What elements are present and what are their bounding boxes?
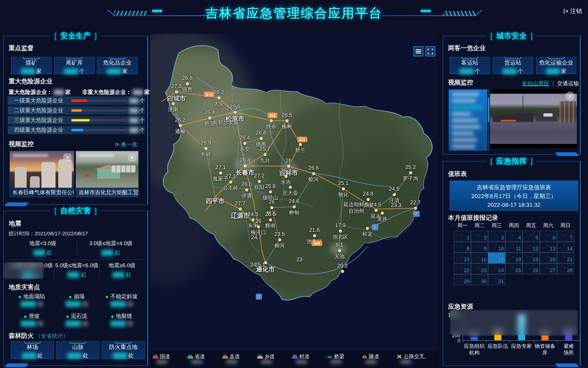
calendar-day[interactable]: 18 xyxy=(505,253,522,263)
tab-changbaishan[interactable]: 长白山景区 xyxy=(522,80,549,87)
calendar-day[interactable]: 15 xyxy=(454,253,471,263)
calendar-day[interactable]: 10 xyxy=(488,242,505,253)
city-name-label: 蛟河 xyxy=(308,176,319,183)
calendar-day[interactable]: 9 xyxy=(471,242,488,253)
city-marker-dot xyxy=(366,227,369,230)
legend-swatch xyxy=(153,355,158,358)
city-marker-dot xyxy=(258,180,261,183)
duty-card: 吉林省应急管理厅应急值班表 2022年8月17日（今日，星期三） 2022-08… xyxy=(450,181,578,211)
map-fullscreen-button[interactable] xyxy=(425,46,435,56)
calendar-day[interactable]: 13 xyxy=(540,242,557,253)
calendar-day[interactable]: 29 xyxy=(454,274,471,285)
geo-hazard-value xyxy=(111,321,133,327)
city-video-player[interactable]: ✕ xyxy=(490,89,577,148)
province-map[interactable]: 26.8镇赉27.3白城市27.3洮南26.2大安26.6松原市26.4乾安26… xyxy=(150,34,437,368)
refresh-batch-button[interactable]: ⟳ 换一批 xyxy=(115,141,137,148)
panel-notch xyxy=(5,363,29,367)
weather-temp-label: 27.7 xyxy=(235,200,246,206)
divider xyxy=(99,263,100,279)
calendar-day[interactable]: 21 xyxy=(557,253,574,263)
calendar-day[interactable]: 28 xyxy=(557,263,574,274)
calendar-day[interactable]: 1 xyxy=(454,231,471,242)
calendar-day[interactable]: 2 xyxy=(471,231,488,242)
header-arrows-right: ◂◂◂◂ xyxy=(420,7,430,14)
panel-notch xyxy=(555,363,579,367)
calendar-day[interactable]: 19 xyxy=(522,253,540,263)
river-tag: 江 xyxy=(414,211,419,217)
legend-swatch-color xyxy=(222,357,228,358)
scrollbar-thumb[interactable] xyxy=(488,98,489,122)
blurred-value xyxy=(546,68,560,74)
legend-label: 省道 xyxy=(195,353,205,360)
van-shape xyxy=(543,113,553,117)
city-marker-dot xyxy=(338,249,341,252)
calendar-day[interactable]: 7 xyxy=(557,231,574,242)
divider xyxy=(9,260,145,260)
earthquake-cell-value: 起 xyxy=(113,271,131,278)
calendar-day[interactable]: 24 xyxy=(488,263,505,274)
calendar-day[interactable]: 6 xyxy=(540,231,557,242)
hazard-level-unit: 个 xyxy=(140,97,145,104)
blurred-value xyxy=(452,99,476,102)
calendar-day[interactable]: 16 xyxy=(471,253,488,263)
calendar-day[interactable]: 23 xyxy=(471,263,488,274)
calendar-day-number: 11 xyxy=(516,246,521,252)
geo-hazard-name: 泥石流 xyxy=(71,313,87,319)
map-layers-button[interactable] xyxy=(414,46,423,56)
tab-transport[interactable]: 交通运输 xyxy=(557,80,579,87)
green-dot-icon xyxy=(69,296,72,298)
page-title: 吉林省应急管理综合应用平台 xyxy=(0,5,588,22)
panel-emergency-command: 应急指挥 值班表 吉林省应急管理厅应急值班表 2022年8月17日（今日，星期三… xyxy=(443,161,581,366)
calendar-day[interactable]: 8 xyxy=(454,242,471,253)
blurred-value xyxy=(261,360,272,364)
calendar-day[interactable]: 5 xyxy=(522,231,540,242)
calendar-day[interactable]: 31 xyxy=(488,274,505,285)
calendar-day[interactable]: 22 xyxy=(454,263,471,274)
weather-temp-label: 25.2 xyxy=(405,164,416,170)
blurred-value xyxy=(452,119,478,122)
blurred-value xyxy=(452,138,477,142)
video2-close-icon[interactable]: ✕ xyxy=(128,153,136,162)
video-thumbnail-1[interactable]: ✕ 长春巨峰气体有限责任公司 xyxy=(10,151,74,197)
safety-video-label: 视频监控 xyxy=(9,140,34,148)
city-marker-dot xyxy=(299,143,302,146)
weather-temp-label: 17.9 xyxy=(335,222,346,229)
blurred-value xyxy=(129,118,139,123)
calendar-day[interactable]: 14 xyxy=(557,242,574,253)
city-name-label: 九台 xyxy=(260,157,270,164)
hazard-level-value: 个 xyxy=(129,127,145,134)
calendar-day[interactable]: 25 xyxy=(505,263,522,274)
video-thumbnail-2[interactable]: ✕ 吉林市吉化北方炬醌工贸责任... xyxy=(76,151,139,197)
video1-close-icon[interactable]: ✕ xyxy=(63,153,72,162)
calendar-day[interactable]: 20 xyxy=(540,253,557,263)
forest-card-value: 处 xyxy=(11,352,54,359)
calendar-day[interactable]: 3 xyxy=(488,231,505,242)
camera-list-scrollbar[interactable] xyxy=(488,89,489,151)
calendar-day[interactable]: 26 xyxy=(522,263,540,274)
river-tag: 江 xyxy=(372,224,378,230)
stat-card: 客运站个 xyxy=(450,57,490,74)
video3-close-icon[interactable]: ✕ xyxy=(565,92,575,101)
camera-list[interactable] xyxy=(449,89,487,151)
video2-timestamp xyxy=(79,154,114,157)
calendar-day[interactable]: 12 xyxy=(522,242,540,253)
calendar-day-active[interactable]: 17 xyxy=(488,253,505,263)
city-marker-dot xyxy=(342,187,345,190)
stat-card: 尾矿库个 xyxy=(54,57,94,74)
city-marker-dot xyxy=(414,207,417,210)
geo-hazard-item: 滑坡 xyxy=(24,312,40,320)
logout-button[interactable]: 注销 xyxy=(563,7,582,15)
city-name-label: 桦甸 xyxy=(289,209,299,216)
calendar-day[interactable]: 27 xyxy=(540,263,557,274)
calendar-day[interactable]: 11 xyxy=(505,242,522,253)
calendar-day[interactable]: 4 xyxy=(505,231,522,242)
hazard-level-value: 个 xyxy=(129,107,145,114)
earthquake-cell-label: 3.0级≤地震<4.0级 xyxy=(89,240,132,247)
calendar-day[interactable]: 30 xyxy=(471,274,488,285)
blurred-value xyxy=(452,145,475,148)
city-marker-dot xyxy=(172,102,175,105)
city-name-label: 罗子沟 xyxy=(403,175,418,182)
city-name-label: 和龙 xyxy=(362,231,372,238)
legend-label: 隧道 xyxy=(369,353,379,360)
city-marker-dot xyxy=(186,82,189,85)
